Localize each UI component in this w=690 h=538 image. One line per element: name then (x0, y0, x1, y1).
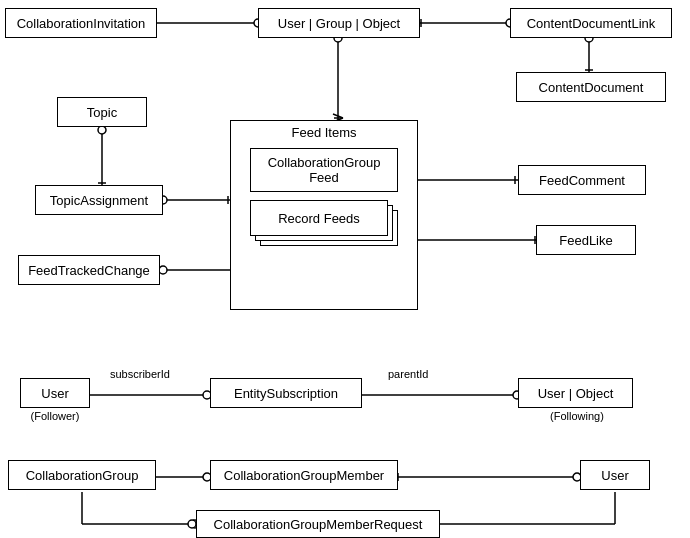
user2-label: User (601, 468, 628, 483)
collaboration-invitation-label: CollaborationInvitation (17, 16, 146, 31)
collaboration-invitation-box: CollaborationInvitation (5, 8, 157, 38)
diagram: CollaborationInvitation User | Group | O… (0, 0, 690, 538)
subscriber-id-label: subscriberId (110, 368, 170, 380)
svg-point-47 (188, 520, 196, 528)
topic-assignment-label: TopicAssignment (50, 193, 148, 208)
collaboration-group-member-request-box: CollaborationGroupMemberRequest (196, 510, 440, 538)
collaboration-group-member-request-label: CollaborationGroupMemberRequest (214, 517, 423, 532)
svg-point-21 (159, 266, 167, 274)
content-document-link-label: ContentDocumentLink (527, 16, 656, 31)
user-group-object-box: User | Group | Object (258, 8, 420, 38)
user-follower-label: User (41, 386, 68, 401)
collaboration-group-feed-label: CollaborationGroupFeed (268, 155, 381, 185)
topic-assignment-box: TopicAssignment (35, 185, 163, 215)
feed-like-label: FeedLike (559, 233, 612, 248)
entity-subscription-box: EntitySubscription (210, 378, 362, 408)
user-object-label: User | Object (538, 386, 614, 401)
content-document-link-box: ContentDocumentLink (510, 8, 672, 38)
user-object-box: User | Object (518, 378, 633, 408)
collaboration-group-label: CollaborationGroup (26, 468, 139, 483)
feed-tracked-change-label: FeedTrackedChange (28, 263, 150, 278)
feed-items-box: Feed Items CollaborationGroupFeed Record… (230, 120, 418, 310)
follower-label: (Follower) (16, 410, 94, 422)
parent-id-label: parentId (388, 368, 428, 380)
feed-comment-label: FeedComment (539, 173, 625, 188)
svg-point-15 (98, 126, 106, 134)
feed-comment-box: FeedComment (518, 165, 646, 195)
topic-box: Topic (57, 97, 147, 127)
entity-subscription-label: EntitySubscription (234, 386, 338, 401)
content-document-label: ContentDocument (539, 80, 644, 95)
collaboration-group-feed-box: CollaborationGroupFeed (250, 148, 398, 192)
feed-tracked-change-box: FeedTrackedChange (18, 255, 160, 285)
svg-line-13 (333, 114, 343, 118)
record-feeds-box-1: Record Feeds (250, 200, 388, 236)
collaboration-group-member-label: CollaborationGroupMember (224, 468, 384, 483)
feed-items-label: Feed Items (239, 125, 409, 140)
user-group-object-label: User | Group | Object (278, 16, 400, 31)
record-feeds-label: Record Feeds (278, 211, 360, 226)
user2-box: User (580, 460, 650, 490)
feed-like-box: FeedLike (536, 225, 636, 255)
content-document-box: ContentDocument (516, 72, 666, 102)
user-follower-box: User (20, 378, 90, 408)
collaboration-group-member-box: CollaborationGroupMember (210, 460, 398, 490)
topic-label: Topic (87, 105, 117, 120)
collaboration-group-box: CollaborationGroup (8, 460, 156, 490)
following-label: (Following) (522, 410, 632, 422)
